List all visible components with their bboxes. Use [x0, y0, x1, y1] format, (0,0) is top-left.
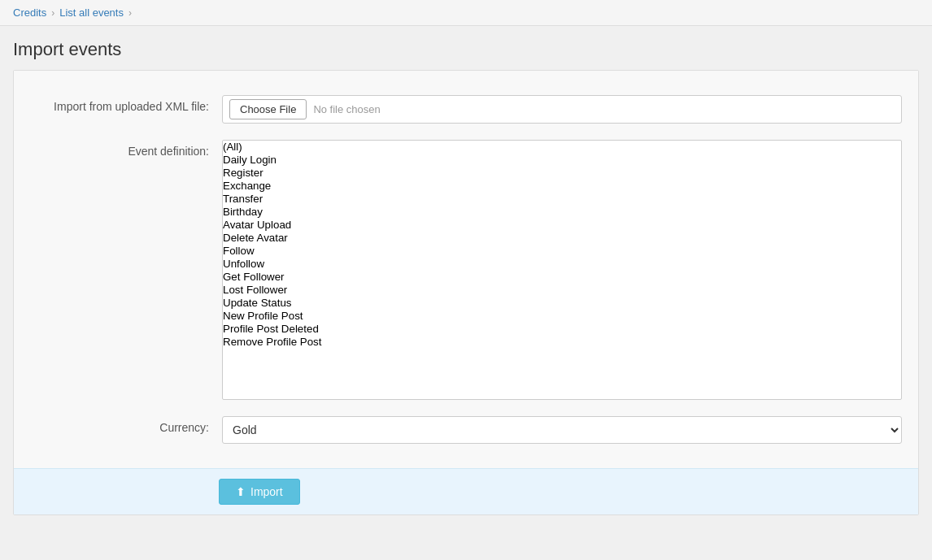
breadcrumb: Credits › List all events ›	[0, 0, 932, 26]
currency-label: Currency:	[30, 416, 209, 434]
list-item[interactable]: Get Follower	[223, 271, 901, 284]
list-item[interactable]: Birthday	[223, 206, 901, 219]
import-button-label: Import	[250, 485, 283, 498]
breadcrumb-sep-2: ›	[128, 7, 132, 19]
currency-wrap: GoldSilverBronze	[222, 416, 902, 444]
event-definition-row: Event definition: (All)Daily LoginRegist…	[14, 132, 918, 408]
choose-file-button[interactable]: Choose File	[229, 99, 307, 119]
currency-row: Currency: GoldSilverBronze	[14, 408, 918, 452]
form-body: Import from uploaded XML file: Choose Fi…	[14, 71, 918, 468]
file-name-text: No file chosen	[313, 103, 380, 115]
list-item[interactable]: Remove Profile Post	[223, 336, 901, 349]
file-upload-wrap: Choose File No file chosen	[222, 95, 902, 124]
file-upload-row: Import from uploaded XML file: Choose Fi…	[14, 87, 918, 132]
breadcrumb-credits[interactable]: Credits	[13, 7, 46, 19]
list-item[interactable]: Delete Avatar	[223, 232, 901, 245]
list-item[interactable]: Daily Login	[223, 154, 901, 167]
list-item[interactable]: Register	[223, 167, 901, 180]
event-definition-label: Event definition:	[30, 140, 209, 158]
event-definition-wrap: (All)Daily LoginRegisterExchangeTransfer…	[222, 140, 902, 400]
main-content: Import from uploaded XML file: Choose Fi…	[13, 70, 919, 515]
file-upload-label: Import from uploaded XML file:	[30, 95, 209, 113]
list-item[interactable]: New Profile Post	[223, 310, 901, 323]
import-button[interactable]: ⬆ Import	[219, 479, 300, 505]
list-item[interactable]: Transfer	[223, 193, 901, 206]
file-input-area: Choose File No file chosen	[222, 95, 902, 124]
list-item[interactable]: Exchange	[223, 180, 901, 193]
breadcrumb-list-all-events[interactable]: List all events	[59, 7, 124, 19]
currency-select[interactable]: GoldSilverBronze	[222, 416, 902, 444]
list-item[interactable]: Update Status	[223, 297, 901, 310]
list-item[interactable]: Follow	[223, 245, 901, 258]
list-item[interactable]: Lost Follower	[223, 284, 901, 297]
event-definition-listbox[interactable]: (All)Daily LoginRegisterExchangeTransfer…	[222, 140, 902, 400]
list-item[interactable]: Profile Post Deleted	[223, 323, 901, 336]
list-item[interactable]: (All)	[223, 141, 901, 154]
breadcrumb-sep-1: ›	[51, 7, 54, 19]
form-footer: ⬆ Import	[14, 468, 918, 514]
upload-icon: ⬆	[236, 485, 246, 498]
page-title: Import events	[0, 26, 932, 70]
list-item[interactable]: Avatar Upload	[223, 219, 901, 232]
list-item[interactable]: Unfollow	[223, 258, 901, 271]
